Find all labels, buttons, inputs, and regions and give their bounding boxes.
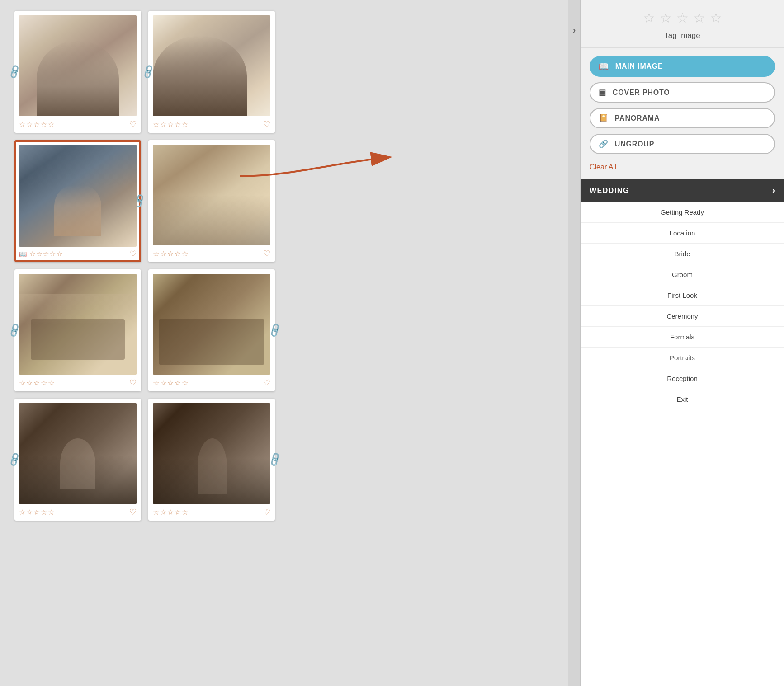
rating-star-1[interactable]: ☆: [643, 10, 655, 26]
star-4[interactable]: ☆: [175, 508, 181, 517]
stars-container[interactable]: ☆ ☆ ☆ ☆ ☆: [29, 250, 62, 258]
star-2[interactable]: ☆: [26, 120, 33, 129]
star-3[interactable]: ☆: [43, 250, 49, 258]
wedding-items-list: Getting Ready Location Bride Groom First…: [581, 202, 784, 686]
stars-container[interactable]: ☆ ☆ ☆ ☆ ☆: [19, 508, 54, 517]
photo-image: [153, 15, 270, 116]
photo-card[interactable]: 🔗 ☆ ☆ ☆ ☆ ☆ ♡: [14, 399, 141, 521]
panorama-button[interactable]: 📔 PANORAMA: [590, 108, 775, 128]
star-5[interactable]: ☆: [182, 120, 188, 129]
ungroup-button[interactable]: 🔗 UNGROUP: [590, 134, 775, 154]
star-5[interactable]: ☆: [48, 120, 54, 129]
star-3[interactable]: ☆: [167, 120, 174, 129]
stars-container[interactable]: ☆ ☆ ☆ ☆ ☆: [153, 249, 188, 258]
wedding-item-portraits[interactable]: Portraits: [581, 348, 784, 368]
collapse-chevron-icon: ›: [573, 25, 576, 35]
star-3[interactable]: ☆: [33, 120, 40, 129]
star-2[interactable]: ☆: [26, 379, 33, 387]
star-4[interactable]: ☆: [41, 120, 47, 129]
rating-star-4[interactable]: ☆: [693, 10, 705, 26]
card-footer: ☆ ☆ ☆ ☆ ☆ ♡: [153, 375, 270, 388]
wedding-category-header[interactable]: WEDDING ›: [581, 179, 784, 202]
wedding-item-exit[interactable]: Exit: [581, 389, 784, 409]
star-5[interactable]: ☆: [57, 250, 62, 258]
star-4[interactable]: ☆: [175, 379, 181, 387]
heart-button[interactable]: ♡: [130, 249, 137, 258]
cover-photo-label: COVER PHOTO: [613, 89, 670, 97]
wedding-item-groom[interactable]: Groom: [581, 264, 784, 285]
cover-photo-button[interactable]: ▣ COVER PHOTO: [590, 82, 775, 103]
photo-card[interactable]: 🔗 ☆ ☆ ☆ ☆ ☆ ♡: [148, 11, 275, 133]
photo-card-selected[interactable]: 🔗 📖 ☆ ☆ ☆ ☆ ☆: [14, 140, 141, 262]
stars-container[interactable]: ☆ ☆ ☆ ☆ ☆: [153, 120, 188, 129]
photo-image: [153, 403, 270, 504]
wedding-item-location[interactable]: Location: [581, 223, 784, 244]
wedding-item-bride[interactable]: Bride: [581, 244, 784, 264]
heart-button[interactable]: ♡: [263, 249, 270, 258]
stars-container[interactable]: ☆ ☆ ☆ ☆ ☆: [153, 379, 188, 387]
star-1[interactable]: ☆: [19, 379, 25, 387]
heart-button[interactable]: ♡: [129, 378, 137, 388]
star-2[interactable]: ☆: [160, 120, 166, 129]
star-1[interactable]: ☆: [153, 249, 159, 258]
heart-button[interactable]: ♡: [263, 378, 270, 388]
star-4[interactable]: ☆: [50, 250, 56, 258]
book-icon: 📖: [19, 250, 27, 258]
star-5[interactable]: ☆: [48, 508, 54, 517]
star-2[interactable]: ☆: [160, 249, 166, 258]
photo-card[interactable]: 🔗 ☆ ☆ ☆ ☆ ☆ ♡: [14, 11, 141, 133]
star-3[interactable]: ☆: [167, 249, 174, 258]
clear-all-button[interactable]: Clear All: [590, 161, 617, 173]
star-4[interactable]: ☆: [41, 379, 47, 387]
wedding-item-ceremony[interactable]: Ceremony: [581, 306, 784, 327]
star-2[interactable]: ☆: [26, 508, 33, 517]
star-4[interactable]: ☆: [175, 249, 181, 258]
star-1[interactable]: ☆: [19, 508, 25, 517]
stars-container[interactable]: ☆ ☆ ☆ ☆ ☆: [19, 379, 54, 387]
wedding-item-first-look[interactable]: First Look: [581, 285, 784, 306]
heart-button[interactable]: ♡: [263, 507, 270, 517]
main-image-button[interactable]: 📖 MAIN IMAGE: [590, 56, 775, 77]
star-4[interactable]: ☆: [175, 120, 181, 129]
wedding-item-reception[interactable]: Reception: [581, 368, 784, 389]
star-2[interactable]: ☆: [160, 508, 166, 517]
tag-buttons-container: 📖 MAIN IMAGE ▣ COVER PHOTO 📔 PANORAMA 🔗 …: [581, 48, 784, 160]
star-1[interactable]: ☆: [153, 120, 159, 129]
star-3[interactable]: ☆: [33, 379, 40, 387]
rating-star-3[interactable]: ☆: [676, 10, 689, 26]
card-footer: 📖 ☆ ☆ ☆ ☆ ☆ ♡: [19, 247, 137, 258]
stars-container[interactable]: ☆ ☆ ☆ ☆ ☆: [153, 508, 188, 517]
card-footer: ☆ ☆ ☆ ☆ ☆ ♡: [19, 504, 137, 517]
rating-star-2[interactable]: ☆: [660, 10, 672, 26]
star-1[interactable]: ☆: [153, 508, 159, 517]
star-5[interactable]: ☆: [182, 508, 188, 517]
star-2[interactable]: ☆: [160, 379, 166, 387]
heart-button[interactable]: ♡: [129, 507, 137, 517]
star-5[interactable]: ☆: [48, 379, 54, 387]
rating-stars-row[interactable]: ☆ ☆ ☆ ☆ ☆: [643, 10, 722, 26]
star-5[interactable]: ☆: [182, 249, 188, 258]
photo-card[interactable]: ☆ ☆ ☆ ☆ ☆ ♡: [148, 140, 275, 262]
star-3[interactable]: ☆: [33, 508, 40, 517]
rating-star-5[interactable]: ☆: [710, 10, 722, 26]
star-1[interactable]: ☆: [29, 250, 35, 258]
card-footer: ☆ ☆ ☆ ☆ ☆ ♡: [153, 245, 270, 258]
star-2[interactable]: ☆: [36, 250, 42, 258]
photo-card[interactable]: 🔗 ☆ ☆ ☆ ☆ ☆ ♡: [14, 269, 141, 391]
star-1[interactable]: ☆: [153, 379, 159, 387]
star-3[interactable]: ☆: [167, 379, 174, 387]
photo-card[interactable]: 🔗 ☆ ☆ ☆ ☆ ☆ ♡: [148, 269, 275, 391]
heart-button[interactable]: ♡: [129, 119, 137, 129]
wedding-item-getting-ready[interactable]: Getting Ready: [581, 202, 784, 223]
star-1[interactable]: ☆: [19, 120, 25, 129]
wedding-item-formals[interactable]: Formals: [581, 327, 784, 348]
star-4[interactable]: ☆: [41, 508, 47, 517]
star-3[interactable]: ☆: [167, 508, 174, 517]
sidebar-collapse-button[interactable]: ›: [568, 0, 581, 686]
heart-button[interactable]: ♡: [263, 119, 270, 129]
tag-header: ☆ ☆ ☆ ☆ ☆ Tag Image: [581, 0, 784, 48]
stars-container[interactable]: ☆ ☆ ☆ ☆ ☆: [19, 120, 54, 129]
photo-card[interactable]: 🔗 ☆ ☆ ☆ ☆ ☆ ♡: [148, 399, 275, 521]
right-panel: ☆ ☆ ☆ ☆ ☆ Tag Image 📖 MAIN IMAGE ▣ COVER…: [581, 0, 784, 686]
star-5[interactable]: ☆: [182, 379, 188, 387]
